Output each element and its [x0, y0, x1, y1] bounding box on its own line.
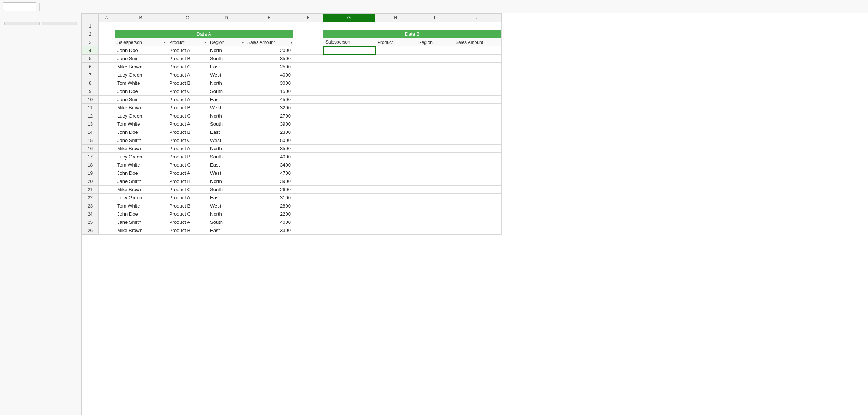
- cell-A22[interactable]: [99, 194, 115, 202]
- row-num-6[interactable]: 6: [82, 63, 99, 71]
- cell-H26[interactable]: [375, 226, 416, 235]
- cell-F7[interactable]: [293, 71, 323, 79]
- cell-D25[interactable]: South: [208, 218, 245, 226]
- cell-C21[interactable]: Product C: [167, 186, 208, 194]
- cell-D3[interactable]: Region▾: [208, 38, 245, 46]
- cell-F16[interactable]: [293, 145, 323, 153]
- cell-A15[interactable]: [99, 136, 115, 145]
- cell-I25[interactable]: [416, 218, 453, 226]
- cell-J13[interactable]: [453, 120, 502, 128]
- cell-I23[interactable]: [416, 202, 453, 210]
- col-header-J[interactable]: J: [453, 14, 502, 22]
- cell-E1[interactable]: [245, 22, 293, 30]
- cell-D11[interactable]: West: [208, 104, 245, 112]
- cell-A17[interactable]: [99, 153, 115, 161]
- cell-I6[interactable]: [416, 63, 453, 71]
- cell-H21[interactable]: [375, 186, 416, 194]
- row-num-10[interactable]: 10: [82, 96, 99, 104]
- cell-G9[interactable]: [323, 87, 375, 96]
- cell-D14[interactable]: East: [208, 128, 245, 136]
- cell-D26[interactable]: East: [208, 226, 245, 235]
- cell-C17[interactable]: Product B: [167, 153, 208, 161]
- cell-H20[interactable]: [375, 177, 416, 186]
- cell-J20[interactable]: [453, 177, 502, 186]
- cell-J18[interactable]: [453, 161, 502, 169]
- cell-E17[interactable]: 4000: [245, 153, 293, 161]
- cell-A8[interactable]: [99, 79, 115, 87]
- cell-G17[interactable]: [323, 153, 375, 161]
- cell-G12[interactable]: [323, 112, 375, 120]
- cell-G1[interactable]: [323, 22, 375, 30]
- cell-F5[interactable]: [293, 55, 323, 63]
- cell-E25[interactable]: 4000: [245, 218, 293, 226]
- cell-A3[interactable]: [99, 38, 115, 46]
- cell-J24[interactable]: [453, 210, 502, 218]
- cell-J8[interactable]: [453, 79, 502, 87]
- cell-I11[interactable]: [416, 104, 453, 112]
- cell-D24[interactable]: North: [208, 210, 245, 218]
- more-options-button[interactable]: [43, 6, 46, 7]
- col-header-E[interactable]: E: [245, 14, 293, 22]
- row-num-8[interactable]: 8: [82, 79, 99, 87]
- cell-E22[interactable]: 3100: [245, 194, 293, 202]
- cell-C7[interactable]: Product A: [167, 71, 208, 79]
- row-num-4[interactable]: 4: [82, 46, 99, 55]
- cell-G5[interactable]: [323, 55, 375, 63]
- cell-E19[interactable]: 4700: [245, 169, 293, 177]
- data-b-title[interactable]: Data B: [323, 30, 502, 38]
- cell-F12[interactable]: [293, 112, 323, 120]
- cell-B18[interactable]: Tom White: [115, 161, 167, 169]
- cell-C16[interactable]: Product A: [167, 145, 208, 153]
- cell-H15[interactable]: [375, 136, 416, 145]
- cell-C6[interactable]: Product C: [167, 63, 208, 71]
- cell-E11[interactable]: 3200: [245, 104, 293, 112]
- col-header-G[interactable]: G: [323, 14, 375, 22]
- cell-F24[interactable]: [293, 210, 323, 218]
- cell-A9[interactable]: [99, 87, 115, 96]
- cell-I16[interactable]: [416, 145, 453, 153]
- cell-G4[interactable]: [323, 46, 375, 55]
- cell-H6[interactable]: [375, 63, 416, 71]
- cell-C3[interactable]: Product▾: [167, 38, 208, 46]
- row-num-1[interactable]: 1: [82, 22, 99, 30]
- cell-F9[interactable]: [293, 87, 323, 96]
- cell-H14[interactable]: [375, 128, 416, 136]
- cell-B12[interactable]: Lucy Green: [115, 112, 167, 120]
- cell-D16[interactable]: North: [208, 145, 245, 153]
- cell-G21[interactable]: [323, 186, 375, 194]
- cell-A16[interactable]: [99, 145, 115, 153]
- cell-C26[interactable]: Product B: [167, 226, 208, 235]
- cell-B8[interactable]: Tom White: [115, 79, 167, 87]
- cell-B24[interactable]: John Doe: [115, 210, 167, 218]
- cell-J15[interactable]: [453, 136, 502, 145]
- cell-A21[interactable]: [99, 186, 115, 194]
- cell-H10[interactable]: [375, 96, 416, 104]
- row-num-13[interactable]: 13: [82, 120, 99, 128]
- row-num-24[interactable]: 24: [82, 210, 99, 218]
- row-num-12[interactable]: 12: [82, 112, 99, 120]
- cell-B9[interactable]: John Doe: [115, 87, 167, 96]
- confirm-formula-button[interactable]: [52, 6, 55, 7]
- cell-C18[interactable]: Product C: [167, 161, 208, 169]
- cell-H8[interactable]: [375, 79, 416, 87]
- clear-all-button[interactable]: [42, 22, 77, 25]
- cell-H19[interactable]: [375, 169, 416, 177]
- cell-I1[interactable]: [416, 22, 453, 30]
- cell-G26[interactable]: [323, 226, 375, 235]
- cell-H12[interactable]: [375, 112, 416, 120]
- row-num-3[interactable]: 3: [82, 38, 99, 46]
- cell-G11[interactable]: [323, 104, 375, 112]
- row-num-14[interactable]: 14: [82, 128, 99, 136]
- cell-B5[interactable]: Jane Smith: [115, 55, 167, 63]
- cell-I15[interactable]: [416, 136, 453, 145]
- cell-G24[interactable]: [323, 210, 375, 218]
- cell-B13[interactable]: Tom White: [115, 120, 167, 128]
- cell-A24[interactable]: [99, 210, 115, 218]
- cell-I5[interactable]: [416, 55, 453, 63]
- cell-F19[interactable]: [293, 169, 323, 177]
- cell-E7[interactable]: 4000: [245, 71, 293, 79]
- cell-E14[interactable]: 2300: [245, 128, 293, 136]
- cell-D5[interactable]: South: [208, 55, 245, 63]
- cell-A20[interactable]: [99, 177, 115, 186]
- cell-B3[interactable]: Salesperson▾: [115, 38, 167, 46]
